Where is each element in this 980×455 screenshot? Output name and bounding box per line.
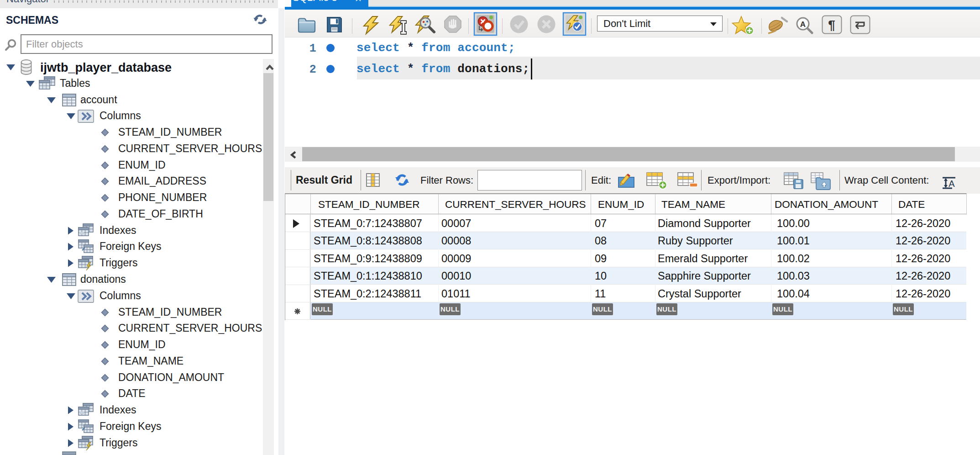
svg-text:¶: ¶ xyxy=(828,18,835,32)
svg-text:A: A xyxy=(949,179,955,189)
svg-text:A: A xyxy=(800,20,806,29)
